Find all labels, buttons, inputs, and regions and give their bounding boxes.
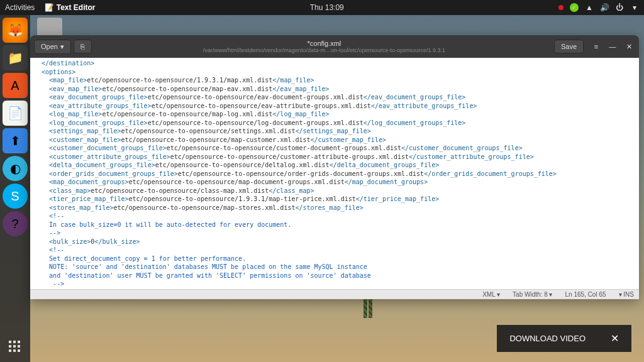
open-button[interactable]: Open ▾ <box>34 40 71 54</box>
minimize-icon[interactable]: — <box>606 40 619 53</box>
status-language[interactable]: XML ▾ <box>482 291 500 298</box>
text-editor-window: Open ▾ ⎘ *config.xml /var/www/html/testd… <box>30 35 639 299</box>
dock: 🦊 📁 A 📄 ⬆ ◐ S ? <box>0 15 30 362</box>
editor-headerbar: Open ▾ ⎘ *config.xml /var/www/html/testd… <box>30 35 639 58</box>
dock-software[interactable]: A <box>3 73 28 98</box>
update-ready-icon[interactable]: ✓ <box>570 3 579 12</box>
code-editor[interactable]: </destination> <options> <map_file>etc/o… <box>30 58 639 289</box>
status-tabwidth[interactable]: Tab Width: 8 ▾ <box>513 291 552 298</box>
dock-texteditor[interactable]: 📄 <box>3 101 28 126</box>
dock-firefox[interactable]: 🦊 <box>3 18 28 43</box>
notification-badge-icon[interactable] <box>558 5 564 10</box>
volume-icon[interactable]: 🔊 <box>600 3 609 12</box>
active-app[interactable]: Text Editor <box>57 3 96 12</box>
download-video-button[interactable]: DOWNLOAD VIDEO <box>509 334 586 343</box>
dock-updater[interactable]: ⬆ <box>3 128 28 153</box>
chevron-down-icon: ▾ <box>60 43 64 51</box>
hamburger-menu-icon[interactable]: ≡ <box>590 40 602 53</box>
document-title: *config.xml <box>94 40 554 47</box>
power-icon[interactable]: ⏻ <box>615 3 624 12</box>
clock[interactable]: Thu 13:09 <box>95 3 558 12</box>
save-button[interactable]: Save <box>554 40 584 53</box>
editor-statusbar: XML ▾ Tab Width: 8 ▾ Ln 165, Col 65 ▾ IN… <box>30 289 639 299</box>
dock-app1[interactable]: ◐ <box>3 156 28 181</box>
caret-down-icon[interactable]: ▾ <box>630 3 639 12</box>
dock-help[interactable]: ? <box>3 211 28 236</box>
banner-close-icon[interactable]: ✕ <box>611 332 619 344</box>
dock-skype[interactable]: S <box>3 184 28 209</box>
status-cursor: Ln 165, Col 65 <box>565 291 606 298</box>
download-video-banner: DOWNLOAD VIDEO ✕ <box>497 325 631 352</box>
new-tab-button[interactable]: ⎘ <box>74 40 92 53</box>
new-doc-icon: ⎘ <box>80 43 85 50</box>
close-icon[interactable]: ✕ <box>623 40 635 53</box>
activities-button[interactable]: Activities <box>5 3 35 12</box>
dock-files[interactable]: 📁 <box>3 45 28 70</box>
status-insert-mode[interactable]: ▾ INS <box>619 291 634 298</box>
network-icon[interactable]: ▲ <box>585 3 594 12</box>
document-path: /var/www/html/testdemo/vendor/magento/da… <box>94 47 554 53</box>
system-topbar: Activities 📝 Text Editor Thu 13:09 ✓ ▲ 🔊… <box>0 0 644 15</box>
editor-icon: 📝 <box>45 3 54 12</box>
show-applications[interactable] <box>9 341 21 353</box>
